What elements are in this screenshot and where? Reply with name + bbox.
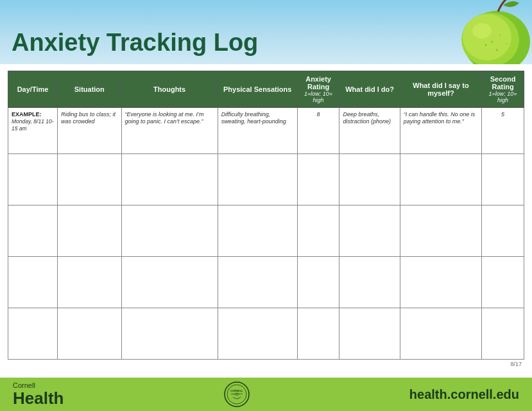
tracking-table: Day/Time Situation Thoughts Physical Sen… <box>8 71 524 360</box>
table-row <box>8 154 524 206</box>
col-what-did: What did I do? <box>339 71 400 108</box>
table-row <box>8 308 524 360</box>
example-second: 5 <box>482 108 524 154</box>
example-say: “I can handle this. No one is paying att… <box>400 108 482 154</box>
svg-point-3 <box>472 23 492 39</box>
footer-cornell-label: Cornell <box>13 381 64 389</box>
example-what: Deep breaths, distraction (phone) <box>339 108 400 154</box>
footer-seal: CORNELL UNIVERSITY <box>224 381 250 407</box>
svg-point-4 <box>492 41 493 43</box>
table-row <box>8 206 524 257</box>
col-say-to-myself: What did I say to myself? <box>400 71 482 108</box>
table-row <box>8 257 524 308</box>
table-header-row: Day/Time Situation Thoughts Physical Sen… <box>8 71 524 108</box>
svg-text:CORNELL: CORNELL <box>230 389 243 392</box>
cornell-seal-icon: CORNELL UNIVERSITY <box>224 381 250 407</box>
col-situation: Situation <box>58 71 121 108</box>
svg-point-6 <box>485 44 487 46</box>
page-number: 8/17 <box>8 360 524 369</box>
example-physical: Difficulty breathing, sweating, heart-po… <box>218 108 297 154</box>
main-content: Day/Time Situation Thoughts Physical Sen… <box>0 64 532 371</box>
page-title: Anxiety Tracking Log <box>12 29 258 57</box>
col-thoughts: Thoughts <box>121 71 218 108</box>
example-rating: 8 <box>297 108 339 154</box>
example-day-time: EXAMPLE: Monday, 8/11 10-15 am <box>8 108 58 154</box>
example-thoughts: “Everyone is looking at me. I’m going to… <box>121 108 218 154</box>
footer-health-label: Health <box>13 389 64 408</box>
footer: Cornell Health CORNELL UNIVERSITY health… <box>0 378 532 411</box>
table-row-example: EXAMPLE: Monday, 8/11 10-15 am Riding bu… <box>8 108 524 154</box>
col-second-rating: Second Rating 1=low; 10= high <box>482 71 524 108</box>
col-anxiety-rating: Anxiety Rating 1=low; 10= high <box>297 71 339 108</box>
svg-point-5 <box>499 35 501 36</box>
example-situation: Riding bus to class; it was crowded <box>58 108 121 154</box>
svg-point-7 <box>506 43 507 44</box>
col-day-time: Day/Time <box>8 71 58 108</box>
svg-point-8 <box>496 49 498 51</box>
footer-branding: Cornell Health <box>13 381 64 408</box>
svg-point-13 <box>235 392 239 396</box>
header: Anxiety Tracking Log <box>0 0 532 64</box>
col-physical-sensations: Physical Sensations <box>218 71 297 108</box>
footer-website: health.cornell.edu <box>409 387 519 402</box>
apple-illustration <box>436 0 532 64</box>
